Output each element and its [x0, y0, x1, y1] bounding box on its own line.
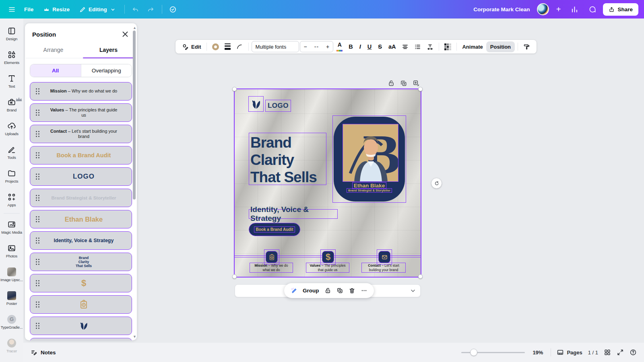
design-page[interactable]: LOGO Brand Clarity That Sells B — [235, 89, 421, 277]
drag-handle-icon[interactable] — [36, 174, 39, 180]
scroll-up-caret[interactable]: ▲ — [133, 26, 642, 30]
subheadline-selection[interactable]: Identity, Voice & Strategy — [249, 209, 338, 219]
lock-open-icon[interactable] — [324, 287, 331, 294]
duplicate-icon[interactable] — [336, 287, 343, 294]
layer-item-leaf-logo-graphic[interactable] — [30, 317, 132, 335]
file-menu[interactable]: File — [20, 4, 37, 15]
sidebar-item-tracer[interactable]: Tracer — [0, 334, 23, 358]
trash-icon[interactable] — [349, 287, 355, 294]
stroke-weight-button[interactable] — [222, 42, 233, 51]
position-button[interactable]: Position — [486, 41, 515, 52]
clipboard-target-icon[interactable] — [266, 251, 278, 263]
sidebar-item-photos[interactable]: Photos — [0, 239, 23, 263]
insights-button[interactable] — [568, 2, 581, 16]
font-size-decrease[interactable]: − — [300, 43, 311, 50]
resize-button[interactable]: Resize — [39, 3, 74, 16]
group-button[interactable]: Group — [303, 288, 319, 294]
layer-item-name-text[interactable]: Ethan Blake — [30, 210, 132, 228]
more-options-icon[interactable] — [361, 287, 367, 294]
drag-handle-icon[interactable] — [36, 323, 39, 329]
text-spacing-button[interactable] — [424, 42, 436, 52]
help-button[interactable] — [630, 349, 637, 356]
scroll-down-caret[interactable]: ▼ — [133, 335, 642, 339]
drag-handle-icon[interactable] — [36, 280, 39, 286]
cta-button[interactable]: Book a Brand Audit — [249, 223, 300, 236]
save-status-button[interactable] — [166, 2, 180, 16]
selection-handle-bottom-left[interactable] — [232, 274, 237, 279]
pages-button[interactable]: Pages — [557, 349, 582, 356]
editing-mode-menu[interactable]: Editing — [75, 3, 120, 16]
edit-image-button[interactable]: Edit — [180, 42, 204, 52]
layer-item-mission-caption[interactable]: Mission – Why we do what we do — [30, 82, 132, 101]
drag-handle-icon[interactable] — [36, 195, 39, 201]
sidebar-item-magic-media[interactable]: Magic Media — [0, 215, 23, 239]
sidebar-item-uploads[interactable]: Uploads — [0, 117, 23, 140]
notes-button[interactable]: Notes — [31, 349, 56, 356]
rotate-handle[interactable] — [431, 178, 442, 189]
copy-style-button[interactable] — [521, 42, 533, 52]
feature-caption-1[interactable]: Values – The principles that guide us — [306, 263, 349, 273]
selection-handle-top-left[interactable] — [232, 87, 237, 91]
strikethrough-button[interactable]: S — [375, 42, 385, 51]
main-menu-button[interactable] — [5, 2, 19, 16]
tab-layers[interactable]: Layers — [81, 43, 136, 58]
layer-item-book-audit-text[interactable]: Book a Brand Audit — [30, 146, 132, 165]
sidebar-item-image-upscaler[interactable]: Image Upsc... — [0, 263, 23, 286]
text-case-button[interactable]: aA — [386, 42, 399, 51]
comments-button[interactable] — [585, 2, 599, 16]
undo-button[interactable] — [129, 2, 142, 16]
text-color-button[interactable]: A — [334, 41, 345, 53]
drag-handle-icon[interactable] — [36, 216, 39, 222]
drag-handle-icon[interactable] — [36, 88, 39, 95]
avatar[interactable] — [537, 3, 549, 15]
list-button[interactable] — [412, 42, 423, 52]
redo-button[interactable] — [144, 2, 158, 16]
sidebar-item-poster[interactable]: Poster — [0, 286, 23, 310]
grid-view-button[interactable] — [604, 349, 611, 356]
selection-handle-top-right[interactable] — [418, 87, 423, 91]
layer-item-clipboard-graphic[interactable] — [30, 295, 132, 314]
font-size-value[interactable]: -- — [311, 43, 322, 50]
layer-item-logo-text[interactable]: LOGO — [30, 167, 132, 186]
filter-all[interactable]: All — [30, 64, 81, 77]
sidebar-item-elements[interactable]: Elements — [0, 45, 23, 69]
color-swatch-button[interactable] — [210, 42, 221, 52]
layer-item-values-caption[interactable]: Values – The principles that guide us — [30, 103, 132, 122]
drag-handle-icon[interactable] — [36, 152, 39, 158]
zoom-level[interactable]: 19% — [530, 350, 545, 356]
logo-graphic-selection[interactable] — [248, 96, 264, 112]
underline-button[interactable]: U — [365, 42, 374, 51]
layer-item-subheadline-text[interactable]: Identity, Voice & Strategy — [30, 231, 132, 250]
scrollbar-thumb[interactable] — [133, 31, 136, 200]
bold-button[interactable]: B — [346, 42, 355, 51]
tab-arrange[interactable]: Arrange — [26, 43, 81, 58]
layer-item-contact-caption[interactable]: Contact – Let's start building your bran… — [30, 125, 132, 143]
sidebar-item-brand[interactable]: Brand — [0, 93, 23, 117]
invite-member-button[interactable]: + — [553, 5, 564, 14]
layer-item-headline-text[interactable]: BrandClarityThat Sells — [30, 253, 132, 271]
duplicate-icon[interactable] — [400, 80, 407, 87]
sidebar-item-text[interactable]: Text — [0, 69, 23, 93]
document-title[interactable]: Corporate Mark Clean — [473, 6, 530, 12]
layer-item-strategist-text[interactable]: Brand Strategist & Storyteller — [30, 189, 132, 207]
drag-handle-icon[interactable] — [36, 302, 39, 308]
zoom-slider-thumb[interactable] — [470, 349, 477, 356]
drag-handle-icon[interactable] — [36, 238, 39, 244]
panel-scrollbar[interactable] — [133, 29, 136, 335]
add-page-icon[interactable] — [413, 80, 420, 87]
feature-caption-2[interactable]: Contact – Let's start building your bran… — [361, 263, 406, 273]
magic-edit-icon[interactable] — [291, 287, 297, 294]
drag-handle-icon[interactable] — [36, 259, 39, 265]
sidebar-item-tools[interactable]: Tools — [0, 140, 23, 164]
headline-selection[interactable]: Brand Clarity That Sells — [249, 133, 326, 185]
sidebar-item-projects[interactable]: Projects — [0, 164, 23, 188]
context-collapse-chevron[interactable] — [410, 288, 416, 294]
zoom-slider[interactable] — [461, 349, 525, 356]
line-curve-button[interactable] — [234, 42, 246, 52]
font-size-increase[interactable]: + — [322, 43, 333, 50]
person-title[interactable]: Brand Strategist & Storyteller — [332, 189, 406, 192]
person-photo[interactable]: B — [343, 124, 398, 182]
transparency-button[interactable] — [442, 42, 454, 52]
selection-handle-bottom-right[interactable] — [418, 274, 423, 279]
drag-handle-icon[interactable] — [36, 110, 39, 116]
